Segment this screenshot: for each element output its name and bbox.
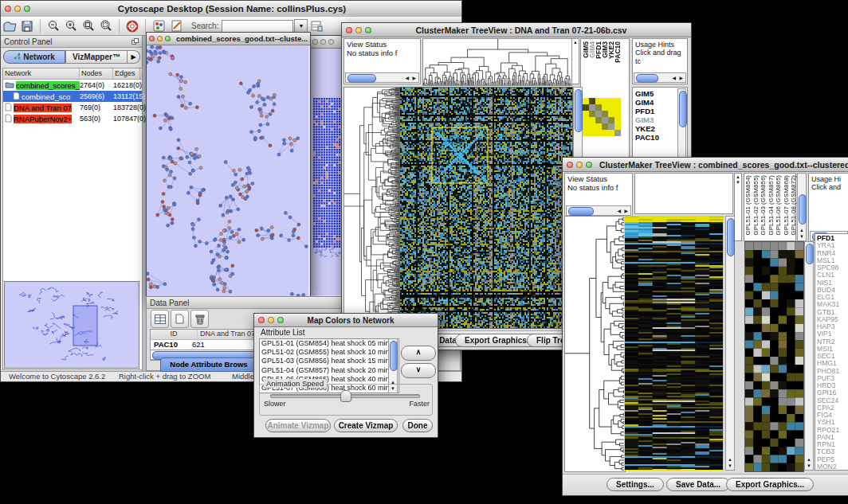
matrix-cell[interactable] bbox=[614, 130, 621, 136]
row-dendrogram-canvas[interactable] bbox=[564, 216, 626, 472]
dialog-title-bar[interactable]: Map Colors to Network bbox=[254, 314, 438, 327]
help-lifering-icon[interactable] bbox=[124, 18, 141, 34]
zoom-heatmap-vscrollbar[interactable]: ▲▼ bbox=[804, 241, 814, 471]
zoom-fit-icon[interactable] bbox=[80, 18, 97, 34]
scrollbar-thumb[interactable] bbox=[799, 194, 807, 225]
zoom-window-icon[interactable] bbox=[24, 6, 30, 12]
network-overview-canvas[interactable] bbox=[4, 281, 139, 369]
scrollbar-thumb[interactable] bbox=[727, 218, 735, 256]
heatmap-vscrollbar[interactable]: ▲▼ bbox=[725, 216, 735, 471]
heatmap-canvas[interactable] bbox=[624, 216, 724, 471]
node-attribute-browser-tab[interactable]: Node Attribute Brows bbox=[160, 357, 257, 372]
matrix-cell[interactable] bbox=[595, 130, 602, 136]
network-row[interactable]: RNAPuberNov2+563(0)107847(0) bbox=[3, 113, 142, 124]
column-header-nodes[interactable]: Nodes bbox=[80, 68, 113, 79]
matrix-cell[interactable] bbox=[608, 117, 614, 123]
button-create-vizmap[interactable]: Create Vizmap bbox=[334, 419, 398, 432]
tab-overflow-arrow[interactable]: ▶ bbox=[128, 50, 140, 64]
attribute-item[interactable]: GPL51-02 (GSM855) heat shock 10 min bbox=[260, 348, 398, 357]
matrix-cell[interactable] bbox=[608, 104, 614, 111]
minimize-icon[interactable] bbox=[14, 6, 21, 12]
matrix-cell[interactable] bbox=[602, 111, 608, 117]
float-panel-icon[interactable] bbox=[132, 37, 139, 46]
treeview-dna-title-bar[interactable]: ClusterMaker TreeView : DNA and Tran 07-… bbox=[342, 23, 691, 37]
matrix-cell[interactable] bbox=[583, 104, 589, 111]
matrix-cell[interactable] bbox=[589, 117, 595, 123]
main-title-bar[interactable]: Cytoscape Desktop (Session Name: collins… bbox=[1, 1, 461, 18]
close-icon[interactable] bbox=[312, 39, 318, 45]
move-up-button[interactable]: ∧ bbox=[401, 346, 436, 361]
matrix-cell[interactable] bbox=[614, 111, 621, 117]
button-save-data-[interactable]: Save Data... bbox=[666, 478, 730, 491]
move-down-button[interactable]: ∨ bbox=[401, 363, 436, 378]
matrix-cell[interactable] bbox=[583, 123, 589, 130]
id-column-header[interactable]: ID bbox=[151, 330, 198, 339]
matrix-cell[interactable] bbox=[608, 98, 614, 104]
gene-label[interactable]: MON2 bbox=[817, 463, 848, 471]
network2-title-bar[interactable] bbox=[310, 36, 345, 49]
network-title-bar[interactable]: combined_scores_good.txt--cluste... bbox=[147, 33, 310, 45]
close-icon[interactable] bbox=[567, 162, 573, 168]
dendrogram-scroll-strip[interactable]: ▲▼ bbox=[734, 173, 742, 241]
minimize-icon[interactable] bbox=[355, 27, 362, 33]
matrix-cell[interactable] bbox=[602, 117, 608, 123]
matrix-cell[interactable] bbox=[589, 123, 595, 130]
button-settings-[interactable]: Settings... bbox=[607, 478, 664, 491]
zoom-window-icon[interactable] bbox=[328, 39, 334, 45]
matrix-cell[interactable] bbox=[583, 111, 589, 117]
tab-vizmapper[interactable]: VizMapper™ bbox=[65, 50, 128, 64]
minimize-icon[interactable] bbox=[157, 36, 163, 41]
view-status-hscrollbar[interactable]: ◀▶ bbox=[345, 72, 419, 83]
matrix-cell[interactable] bbox=[595, 123, 602, 130]
close-icon[interactable] bbox=[346, 27, 352, 33]
matrix-cell[interactable] bbox=[595, 111, 602, 117]
matrix-cell[interactable] bbox=[602, 123, 608, 130]
tab-network[interactable]: Network bbox=[3, 50, 65, 64]
minimize-icon[interactable] bbox=[576, 162, 583, 168]
matrix-cell[interactable] bbox=[595, 98, 602, 104]
zoom-window-icon[interactable] bbox=[365, 27, 371, 33]
column-header-network[interactable]: Network bbox=[3, 68, 80, 79]
speed-slider[interactable] bbox=[270, 394, 420, 398]
save-icon[interactable] bbox=[18, 18, 36, 34]
search-input[interactable] bbox=[222, 20, 293, 33]
column-label-vscrollbar[interactable]: ▲▼ bbox=[797, 173, 807, 241]
heatmap-canvas[interactable] bbox=[399, 87, 573, 329]
close-icon[interactable] bbox=[258, 317, 265, 323]
attribute-item[interactable]: GPL51-03 (GSM856) heat shock 15 min bbox=[260, 357, 398, 365]
matrix-cell[interactable] bbox=[614, 98, 621, 104]
matrix-cell[interactable] bbox=[589, 130, 595, 136]
attribute-item[interactable]: GPL51-04 (GSM857) heat shock 20 min bbox=[260, 366, 398, 375]
scrollbar-thumb[interactable] bbox=[636, 74, 658, 83]
zoom-heatmap-canvas[interactable] bbox=[744, 241, 804, 472]
scrollbar-thumb[interactable] bbox=[390, 341, 398, 371]
row-dendrogram-canvas[interactable] bbox=[344, 87, 401, 329]
close-icon[interactable] bbox=[5, 6, 11, 12]
network-canvas[interactable] bbox=[147, 45, 308, 296]
zoom-selected-icon[interactable] bbox=[97, 18, 115, 34]
delete-attribute-icon[interactable] bbox=[190, 310, 209, 328]
search-dropdown-icon[interactable]: ▼ bbox=[294, 19, 308, 33]
matrix-cell[interactable] bbox=[589, 111, 595, 117]
zoom-window-icon[interactable] bbox=[586, 162, 592, 168]
minimize-icon[interactable] bbox=[268, 317, 274, 323]
attribute-item[interactable]: GPL51-01 (GSM854) heat shock 05 min bbox=[260, 339, 398, 348]
zoom-window-icon[interactable] bbox=[277, 317, 284, 323]
usage-hints-hscrollbar[interactable]: ◀▶ bbox=[634, 72, 686, 83]
view-status-hscrollbar[interactable]: ◀▶ bbox=[566, 205, 631, 216]
button-export-graphics-[interactable]: Export Graphics... bbox=[726, 478, 814, 491]
matrix-cell[interactable] bbox=[589, 104, 595, 111]
zoom-out-icon[interactable] bbox=[45, 18, 62, 34]
network2-canvas[interactable] bbox=[310, 49, 344, 295]
column-header-edges[interactable]: Edges bbox=[113, 68, 140, 79]
matrix-cell[interactable] bbox=[602, 130, 608, 136]
similarity-matrix[interactable] bbox=[583, 98, 621, 136]
close-icon[interactable] bbox=[149, 36, 155, 41]
minimize-icon[interactable] bbox=[320, 39, 326, 45]
matrix-cell[interactable] bbox=[602, 104, 608, 111]
matrix-cell[interactable] bbox=[614, 104, 621, 111]
button-done[interactable]: Done bbox=[402, 419, 433, 432]
network-row[interactable]: DNA and Tran 07769(0)183728(0) bbox=[3, 102, 142, 113]
matrix-cell[interactable] bbox=[583, 130, 589, 136]
matrix-cell[interactable] bbox=[583, 117, 589, 123]
